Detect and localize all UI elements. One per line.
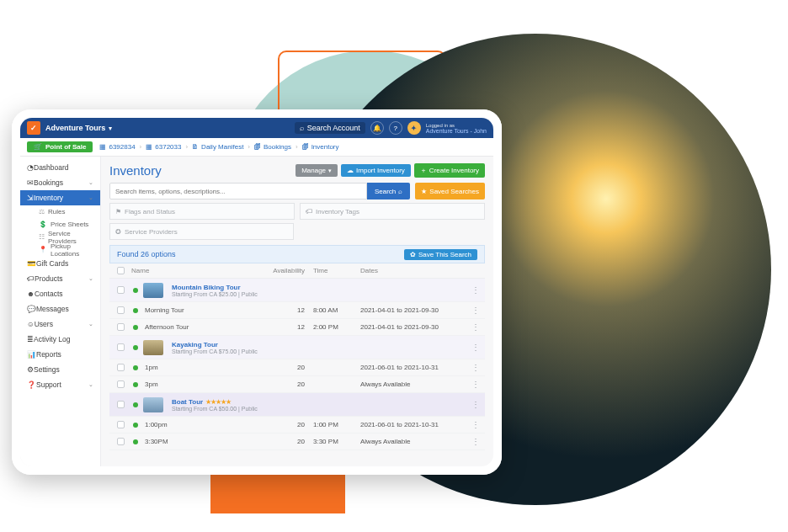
status-dot-icon: [133, 402, 138, 407]
row-checkbox[interactable]: [117, 421, 125, 428]
import-inventory-button[interactable]: ☁Import Inventory: [341, 164, 411, 177]
topbar: ✓ Adventure Tours ▾ ⌕ Search Account 🔔 ?…: [20, 118, 493, 138]
login-info[interactable]: Logged in as Adventure Tours - John: [426, 123, 487, 134]
row-actions-button[interactable]: ⋮: [470, 322, 482, 332]
table-row[interactable]: 1pm202021-06-01 to 2021-10-31⋮: [109, 359, 485, 376]
users-icon: ☺: [27, 320, 35, 328]
breadcrumb-icon: ▦: [146, 143, 152, 151]
sidebar-item-label: Messages: [36, 305, 69, 313]
sidebar-item-label: Settings: [34, 365, 60, 374]
app-menu-chevron-icon[interactable]: ▾: [109, 125, 112, 132]
col-dates[interactable]: Dates: [360, 267, 470, 274]
row-actions-button[interactable]: ⋮: [470, 437, 482, 446]
flag-icon: ⚑: [115, 208, 121, 215]
point-of-sale-button[interactable]: 🛒 Point of Sale: [27, 141, 93, 152]
save-this-search-button[interactable]: ✿Save This Search: [404, 249, 477, 260]
breadcrumb-link[interactable]: ▦6392834: [99, 143, 135, 151]
create-inventory-button[interactable]: ＋Create Inventory: [414, 163, 485, 178]
sidebar-item-inventory[interactable]: ⇲Inventory⌄: [20, 190, 100, 205]
saved-searches-button[interactable]: ★Saved Searches: [415, 183, 485, 200]
sidebar-subitem-pickup-locations[interactable]: 📍Pickup Locations: [20, 243, 100, 256]
status-dot-icon: [133, 345, 138, 350]
help-icon[interactable]: ?: [389, 121, 402, 135]
row-checkbox[interactable]: [117, 438, 125, 445]
dates-value: 2021-06-01 to 2021-10-31: [360, 421, 470, 428]
app-logo-icon: ✓: [27, 121, 40, 135]
row-actions-button[interactable]: ⋮: [470, 363, 482, 372]
row-checkbox[interactable]: [117, 323, 125, 331]
user-avatar-icon[interactable]: ✦: [407, 121, 421, 135]
filter-tags[interactable]: 🏷 Inventory Tags: [300, 203, 485, 220]
inventory-icon: ⇲: [27, 194, 34, 202]
manage-button[interactable]: Manage▾: [296, 164, 338, 177]
tablet-frame: ✓ Adventure Tours ▾ ⌕ Search Account 🔔 ?…: [12, 109, 502, 475]
sidebar-item-users[interactable]: ☺Users⌄: [20, 317, 100, 332]
select-all-checkbox[interactable]: [117, 267, 125, 274]
activity-log-icon: ≣: [27, 335, 34, 343]
table-row[interactable]: 3:30PM203:30 PMAlways Available⋮: [109, 434, 485, 450]
option-name: Morning Tour: [143, 306, 268, 314]
breadcrumb-link[interactable]: ▦6372033: [146, 143, 181, 151]
search-input[interactable]: [109, 183, 367, 200]
search-account-label: Search Account: [307, 124, 360, 132]
search-account-button[interactable]: ⌕ Search Account: [295, 122, 365, 134]
table-row[interactable]: 3pm20Always Available⋮: [109, 376, 485, 393]
breadcrumb-link[interactable]: 🗐Inventory: [302, 143, 339, 151]
search-button[interactable]: Search⌕: [367, 183, 410, 200]
breadcrumb-link[interactable]: 🗎Daily Manifest: [192, 143, 243, 151]
sidebar-item-activity-log[interactable]: ≣Activity Log: [20, 332, 100, 347]
sidebar-item-dashboard[interactable]: ◔Dashboard: [20, 160, 100, 175]
sidebar-item-messages[interactable]: 💬Messages: [20, 301, 100, 317]
row-actions-button[interactable]: ⋮: [470, 420, 482, 429]
table-header: Name Availability Time Dates: [109, 263, 485, 279]
subitem-icon: ⚖: [39, 208, 45, 215]
col-availability[interactable]: Availability: [268, 267, 313, 274]
app-title[interactable]: Adventure Tours: [45, 124, 105, 132]
sidebar-subitem-rules[interactable]: ⚖Rules: [20, 205, 100, 218]
table-row[interactable]: Boat Tour★★★★★Starting From CA $50.00 | …: [109, 393, 485, 417]
col-time[interactable]: Time: [313, 267, 360, 274]
time-value: 2:00 PM: [313, 323, 360, 331]
col-name[interactable]: Name: [128, 267, 268, 274]
sidebar-item-settings[interactable]: ⚙Settings: [20, 362, 100, 377]
row-checkbox[interactable]: [117, 364, 125, 371]
row-checkbox[interactable]: [117, 380, 125, 388]
bookmark-icon: ★: [421, 188, 427, 195]
gift-cards-icon: 💳: [27, 259, 36, 268]
filter-flags[interactable]: ⚑ Flags and Status: [109, 203, 295, 220]
table-row[interactable]: Kayaking TourStarting From CA $75.00 | P…: [109, 336, 485, 359]
sidebar-item-products[interactable]: 🏷Products⌄: [20, 271, 100, 286]
row-checkbox[interactable]: [117, 343, 125, 351]
availability-value: 20: [268, 421, 313, 428]
sidebar-item-gift-cards[interactable]: 💳Gift Cards: [20, 256, 100, 271]
filter-providers[interactable]: ✪ Service Providers: [109, 223, 294, 240]
sidebar-item-label: Contacts: [35, 290, 63, 298]
sidebar-item-contacts[interactable]: ☻Contacts: [20, 286, 100, 301]
row-checkbox[interactable]: [117, 306, 125, 314]
dates-value: 2021-04-01 to 2021-09-30: [360, 306, 470, 314]
sidebar-item-support[interactable]: ❓Support⌄: [20, 377, 100, 392]
table-row[interactable]: Morning Tour128:00 AM2021-04-01 to 2021-…: [109, 302, 485, 319]
chevron-down-icon: ⌄: [88, 179, 93, 186]
row-checkbox[interactable]: [117, 286, 125, 294]
status-dot-icon: [133, 382, 138, 387]
notifications-icon[interactable]: 🔔: [370, 121, 384, 135]
table-row[interactable]: 1:00pm201:00 PM2021-06-01 to 2021-10-31⋮: [109, 417, 485, 434]
chevron-down-icon: ⌄: [88, 381, 93, 388]
dashboard-icon: ◔: [27, 163, 34, 172]
time-value: 8:00 AM: [313, 306, 360, 314]
bookings-icon: ✉: [27, 178, 34, 187]
row-actions-button[interactable]: ⋮: [470, 380, 482, 389]
row-actions-button[interactable]: ⋮: [470, 285, 482, 295]
row-checkbox[interactable]: [117, 401, 125, 408]
row-actions-button[interactable]: ⋮: [470, 306, 482, 315]
breadcrumb-link[interactable]: 🗐Bookings: [254, 143, 291, 151]
main-content: Inventory Manage▾ ☁Import Inventory ＋Cre…: [101, 157, 493, 466]
table-row[interactable]: Mountain Biking TourStarting From CA $25…: [109, 279, 485, 302]
subitem-icon: 💲: [39, 221, 47, 228]
row-actions-button[interactable]: ⋮: [470, 400, 482, 409]
sidebar-item-bookings[interactable]: ✉Bookings⌄: [20, 175, 100, 190]
sidebar-item-reports[interactable]: 📊Reports: [20, 347, 100, 362]
row-actions-button[interactable]: ⋮: [470, 343, 482, 352]
table-row[interactable]: Afternoon Tour122:00 PM2021-04-01 to 202…: [109, 319, 485, 336]
